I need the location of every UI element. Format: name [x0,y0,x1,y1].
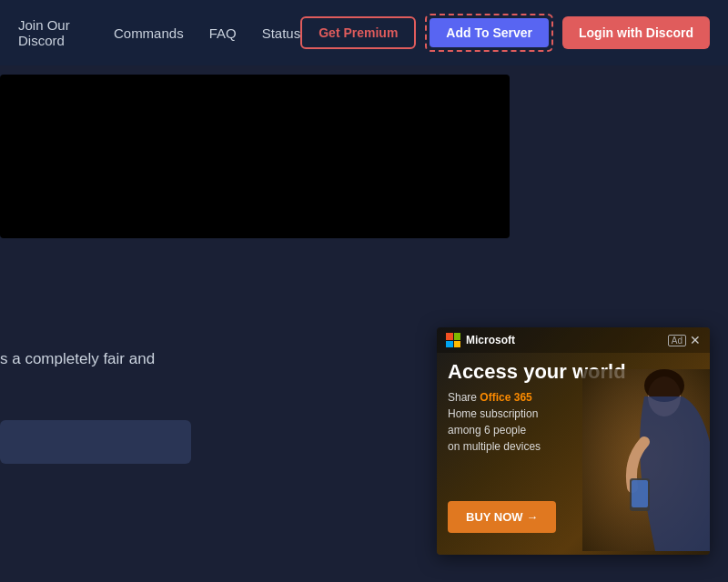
body-text: s a completely fair and [0,347,155,371]
ms-red-square [446,333,453,340]
nav-join-discord[interactable]: Join Our Discord [18,17,88,48]
ad-close-button[interactable]: ✕ [690,334,701,346]
body-cta-button[interactable] [0,420,191,464]
microsoft-grid-icon [446,333,460,347]
ms-green-square [454,333,461,340]
navbar: Join Our Discord Commands FAQ Status Get… [0,0,728,65]
add-to-server-button[interactable]: Add To Server [430,18,549,47]
nav-faq[interactable]: FAQ [209,25,237,41]
add-to-server-wrapper: Add To Server [425,14,553,52]
ad-subtext-desc: Home subscriptionamong 6 peopleon multip… [448,407,541,453]
ad-choice-label: Ad [668,335,686,346]
nav-buttons: Get Premium Add To Server Login with Dis… [300,14,710,52]
main-content: s a completely fair and Microsoft Ad ✕ A… [0,65,728,582]
ad-body: Access your world Share Office 365 Home … [437,353,710,551]
nav-commands[interactable]: Commands [114,25,184,41]
ad-brand-logo: Microsoft [446,333,515,347]
hero-video-placeholder [0,75,510,238]
ms-yellow-square [454,341,461,348]
ad-brand-name: Microsoft [466,334,515,346]
login-with-discord-button[interactable]: Login with Discord [562,16,710,49]
ad-subtext-product: Office 365 [480,391,531,404]
ad-top-bar: Microsoft Ad ✕ [437,327,710,353]
ad-cta-button[interactable]: BUY NOW → [448,501,556,533]
ms-blue-square [446,341,453,348]
ad-subtext-share: Share [448,391,480,404]
nav-status[interactable]: Status [262,25,301,41]
ad-woman-image [582,369,710,551]
nav-links: Join Our Discord Commands FAQ Status [18,17,300,48]
ad-woman-svg [582,369,710,551]
ad-container: Microsoft Ad ✕ Access your world Share O… [437,327,710,555]
ad-close-area: Ad ✕ [668,334,701,346]
get-premium-button[interactable]: Get Premium [300,16,416,49]
svg-rect-4 [632,480,648,507]
